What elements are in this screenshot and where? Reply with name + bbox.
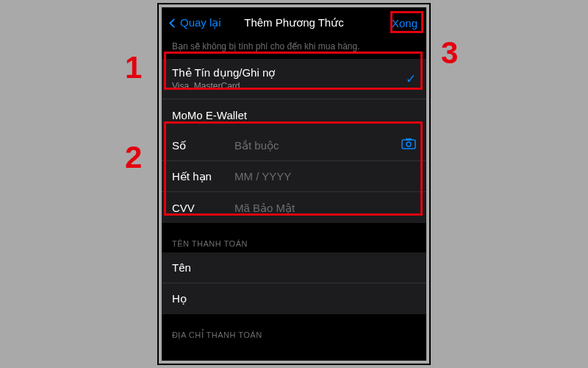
payment-methods-list: Thẻ Tín dụng/Ghi nợ Visa, MasterCard ✓ M… <box>162 59 426 130</box>
last-name-row[interactable]: Họ <box>162 283 426 314</box>
first-name-row[interactable]: Tên <box>162 252 426 283</box>
nav-title: Thêm Phương Thức <box>244 16 343 29</box>
camera-icon[interactable] <box>401 138 416 153</box>
svg-rect-2 <box>406 138 412 141</box>
annotation-1: 1 <box>125 50 142 85</box>
svg-rect-0 <box>402 140 415 149</box>
navigation-bar: Quay lại Thêm Phương Thức Xong <box>162 7 426 38</box>
name-section-header: TÊN THANH TOÁN <box>162 223 426 252</box>
method-credit-card[interactable]: Thẻ Tín dụng/Ghi nợ Visa, MasterCard ✓ <box>162 59 426 99</box>
expiry-label: Hết hạn <box>172 170 234 183</box>
method-title: Thẻ Tín dụng/Ghi nợ <box>172 66 406 79</box>
chevron-left-icon <box>169 18 179 28</box>
method-subtitle: Visa, MasterCard <box>172 81 406 91</box>
number-label: Số <box>172 139 234 152</box>
expiry-input[interactable] <box>234 170 416 183</box>
svg-point-1 <box>406 142 411 146</box>
checkmark-icon: ✓ <box>406 71 416 87</box>
done-button[interactable]: Xong <box>392 17 417 29</box>
method-momo[interactable]: MoMo E-Wallet <box>162 99 426 130</box>
back-button[interactable]: Quay lại <box>171 16 221 29</box>
cvv-label: CVV <box>172 202 234 214</box>
first-name-label: Tên <box>172 261 234 274</box>
annotation-3: 3 <box>441 35 458 71</box>
address-section-header: ĐỊA CHỈ THANH TOÁN <box>162 314 426 344</box>
phone-screen: Quay lại Thêm Phương Thức Xong Bạn sẽ kh… <box>162 7 426 361</box>
cvv-row: CVV <box>162 192 426 223</box>
back-label: Quay lại <box>180 16 221 29</box>
annotation-2: 2 <box>125 140 142 175</box>
method-title: MoMo E-Wallet <box>172 109 416 121</box>
last-name-label: Họ <box>172 292 234 305</box>
info-subtitle: Bạn sẽ không bị tính phí cho đến khi mua… <box>162 38 426 59</box>
name-form: Tên Họ <box>162 252 426 314</box>
card-number-input[interactable] <box>234 139 401 152</box>
expiry-row: Hết hạn <box>162 161 426 192</box>
card-details-form: Số Hết hạn CVV <box>162 130 426 223</box>
cvv-input[interactable] <box>234 202 416 214</box>
card-number-row: Số <box>162 130 426 161</box>
